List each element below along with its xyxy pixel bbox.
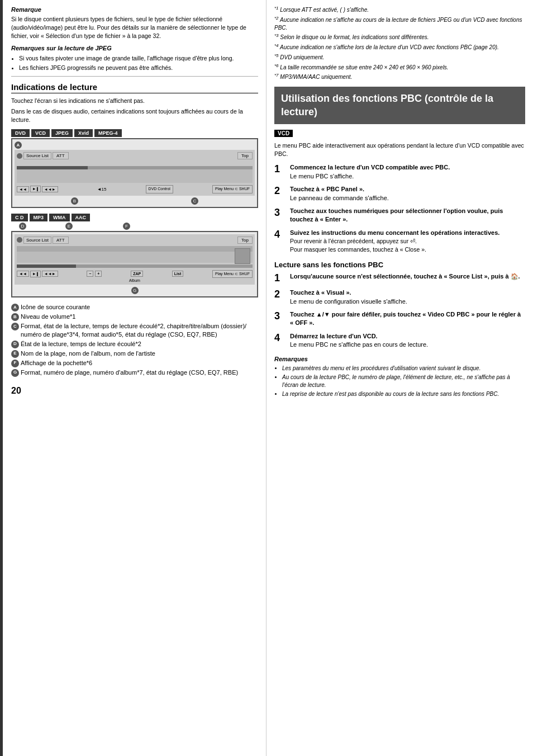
left-bar	[0, 0, 3, 756]
legend-text-f: Affichage de la pochette*6	[21, 359, 92, 367]
vol-controls-cd: − +	[87, 271, 102, 277]
play-menu-btn-dvd[interactable]: Play Menu ⊂ SHUF	[212, 185, 253, 193]
cd-progress-bar	[17, 264, 253, 268]
step-content-1: Commencez la lecture d'un VCD compatible…	[290, 163, 525, 181]
legend-circle-b: B	[11, 313, 19, 321]
section-title: Indications de lecture	[11, 82, 258, 93]
remarks-section: Remarques Les paramètres du menu et les …	[274, 355, 525, 398]
jpeg-item-2: Les fichiers JPEG progressifs ne peuvent…	[19, 64, 258, 72]
vcd-badge: VCD	[274, 130, 293, 137]
step2-num-2: 2	[274, 289, 288, 306]
step2-title-3: Touchez ▲/▼ pour faire défiler, puis tou…	[290, 310, 525, 328]
dvd-control-btn[interactable]: DVD Control	[146, 185, 173, 193]
list-btn[interactable]: List	[172, 271, 183, 277]
source-circle-dvd	[17, 153, 22, 159]
legend-text-d: État de la lecture, temps de lecture éco…	[21, 340, 141, 348]
legend-item-f: F Affichage de la pochette*6	[11, 359, 258, 367]
source-list-label-cd[interactable]: Source List	[23, 237, 51, 244]
step-content-4: Suivez les instructions du menu concerna…	[290, 229, 525, 254]
source-list-label-dvd[interactable]: Source List	[23, 152, 51, 159]
playpause-btn-dvd[interactable]: ►‖	[30, 186, 41, 192]
top-label-dvd[interactable]: Top	[237, 152, 253, 159]
label-f: F	[123, 223, 130, 230]
step-4: 4 Suivez les instructions du menu concer…	[274, 229, 525, 254]
tab-row-cd: C D MP3 WMA AAC	[11, 214, 258, 221]
tab-vcd[interactable]: VCD	[31, 129, 50, 137]
legend-circle-e: E	[11, 350, 19, 358]
tab-wma[interactable]: WMA	[49, 214, 70, 221]
step2-content-4: Démarrez la lecture d'un VCD. Le menu PB…	[290, 332, 525, 349]
prev-btn-cd[interactable]: ◄◄	[17, 271, 29, 277]
jpeg-label: Remarques sur la lecture de JPEG	[11, 44, 258, 53]
dvd-progress-bar	[17, 166, 253, 169]
top-label-cd[interactable]: Top	[237, 237, 253, 244]
footnote-5: *5 DVD uniquement.	[274, 53, 525, 62]
play-menu-btn-cd[interactable]: Play Menu ⊂ SHUF	[212, 270, 253, 278]
playpause-btn-cd[interactable]: ►‖	[30, 271, 41, 277]
step-2: 2 Touchez à « PBC Panel ». Le panneau de…	[274, 185, 525, 202]
dvd-screen-mid	[17, 166, 253, 183]
step-num-3: 3	[274, 207, 288, 224]
prev-btn-dvd[interactable]: ◄◄	[17, 186, 29, 192]
step-num-4: 4	[274, 229, 288, 254]
vol-plus-btn[interactable]: +	[95, 271, 102, 277]
footnote-4: *4 Aucune indication ne s'affiche lors d…	[274, 43, 525, 51]
step-content-2: Touchez à « PBC Panel ». Le panneau de c…	[290, 185, 525, 202]
label-c: C	[191, 197, 198, 205]
legend-circle-g: G	[11, 369, 19, 377]
tab-aac[interactable]: AAC	[72, 214, 91, 221]
legend-item-d: D État de la lecture, temps de lecture é…	[11, 340, 258, 348]
tab-mpeg4[interactable]: MPEG-4	[94, 129, 122, 137]
legend: A Icône de source courante B Niveau de v…	[11, 303, 258, 377]
vol-minus-btn[interactable]: −	[87, 271, 93, 277]
remark-r2: Au cours de la lecture PBC, le numéro de…	[282, 374, 525, 389]
legend-text-e: Nom de la plage, nom de l'album, nom de …	[21, 349, 155, 358]
footnote-2: *2 Aucune indication ne s'affiche au cou…	[274, 16, 525, 31]
legend-item-e: E Nom de la plage, nom de l'album, nom d…	[11, 349, 258, 358]
label-b: B	[71, 197, 78, 205]
cd-progress-fill	[17, 264, 76, 268]
right-column: *1 Lorsque ATT est activé, ( ) s'affiche…	[266, 0, 533, 756]
step2-desc-4: Le menu PBC ne s'affiche pas en cours de…	[290, 341, 525, 349]
next-btn-dvd[interactable]: ◄◄►	[42, 186, 58, 192]
step-3: 3 Touchez aux touches numériques pour sé…	[274, 207, 525, 224]
step2-2: 2 Touchez à « Visual ». Le menu de confi…	[274, 289, 525, 306]
dvd-top-row: Source List ATT Top	[17, 152, 253, 159]
tab-mp3[interactable]: MP3	[30, 214, 48, 221]
jpeg-item-1: Si vous faites pivoter une image de gran…	[19, 54, 258, 63]
remark-label: Remarque	[11, 6, 258, 14]
tab-cd[interactable]: C D	[11, 214, 28, 221]
next-btn-cd[interactable]: ◄◄►	[42, 271, 58, 277]
cd-screen-mid	[17, 246, 253, 263]
zap-btn[interactable]: ZAP	[131, 271, 143, 277]
step2-content-1: Lorsqu'aucune source n'est sélectionnée,…	[290, 272, 525, 285]
source-btn-cd[interactable]: Source List ATT	[17, 237, 69, 244]
tab-xvid[interactable]: Xvid	[74, 129, 93, 137]
legend-circle-c: C	[11, 323, 19, 330]
source-btn-dvd[interactable]: Source List ATT	[17, 152, 69, 159]
att-label-dvd[interactable]: ATT	[53, 152, 69, 159]
step-desc-1: Le menu PBC s'affiche.	[290, 172, 525, 181]
tab-dvd[interactable]: DVD	[11, 129, 30, 137]
label-e: E	[65, 223, 73, 230]
legend-text-g: Format, numéro de plage, numéro d'album*…	[21, 368, 238, 377]
cd-screen-box: Source List ATT Top	[11, 231, 258, 297]
step-title-4: Suivez les instructions du menu concerna…	[290, 229, 525, 237]
att-label-cd[interactable]: ATT	[53, 237, 69, 244]
step2-3: 3 Touchez ▲/▼ pour faire défiler, puis t…	[274, 310, 525, 328]
dvd-screen-inner: Source List ATT Top ◄◄	[15, 150, 255, 195]
remark-r3: La reprise de lecture n'est pas disponib…	[282, 390, 525, 398]
dvd-bottom-row: ◄◄ ►‖ ◄◄► ◄15 DVD Control Play Menu ⊂ SH…	[17, 185, 253, 193]
footnotes: *1 Lorsque ATT est activé, ( ) s'affiche…	[274, 6, 525, 81]
pbc-steps2: 1 Lorsqu'aucune source n'est sélectionné…	[274, 272, 525, 349]
legend-circle-a: A	[11, 304, 19, 311]
legend-item-b: B Niveau de volume*1	[11, 313, 258, 321]
legend-text-b: Niveau de volume*1	[21, 313, 75, 321]
step2-title-4: Démarrez la lecture d'un VCD.	[290, 332, 525, 341]
footnote-6: *6 La taille recommandée se situe entre …	[274, 63, 525, 72]
remark-text: Si le disque contient plusieurs types de…	[11, 15, 258, 40]
step-title-1: Commencez la lecture d'un VCD compatible…	[290, 163, 525, 172]
step2-num-1: 1	[274, 272, 288, 285]
step-desc-4a: Pour revenir à l'écran précédent, appuye…	[290, 237, 525, 245]
tab-jpeg[interactable]: JPEG	[51, 129, 73, 137]
